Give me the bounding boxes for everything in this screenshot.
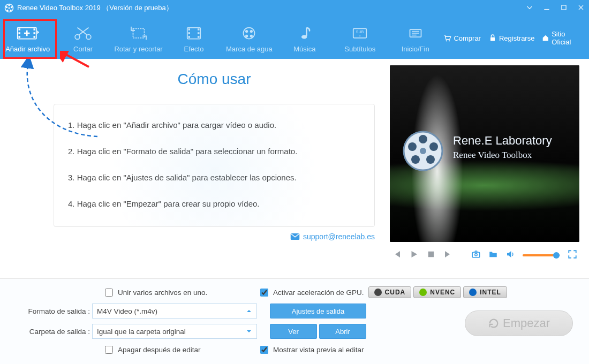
bottom-panel: Unir varios archivos en uno. Activar ace… (0, 278, 589, 364)
fullscreen-icon[interactable] (568, 249, 577, 261)
player-play-icon[interactable] (409, 249, 419, 261)
svg-rect-22 (198, 28, 200, 31)
volume-slider[interactable] (523, 254, 560, 256)
gpu-checkbox[interactable]: Activar aceleración de GPU. (258, 287, 364, 298)
open-folder-icon[interactable] (488, 249, 498, 261)
howto-section: Cómo usar 1. Haga clic en "Añadir archiv… (0, 59, 386, 278)
scissors-icon (72, 24, 94, 43)
toolbar-watermark-label: Marca de agua (226, 45, 273, 53)
svg-rect-20 (188, 32, 190, 34)
window-menu-icon[interactable] (526, 4, 533, 13)
merge-checkbox-input[interactable] (105, 289, 113, 297)
window-minimize-icon[interactable] (543, 4, 550, 13)
start-button[interactable]: Empezar (465, 310, 573, 336)
svg-point-42 (419, 135, 427, 143)
toolbar-rotate-crop[interactable]: Rotar y recortar (111, 19, 166, 57)
output-folder-select[interactable]: Igual que la carpeta original (92, 324, 257, 339)
svg-point-35 (446, 40, 447, 41)
player-prev-icon[interactable] (392, 249, 402, 261)
start-button-label: Empezar (503, 316, 550, 330)
toolbar-music-label: Música (293, 45, 315, 53)
svg-point-1 (9, 7, 10, 9)
titlebar: Renee Video Toolbox 2019 （Versión de pru… (0, 0, 589, 16)
gpu-checkbox-label: Activar aceleración de GPU. (273, 289, 364, 297)
svg-point-41 (420, 148, 426, 154)
svg-rect-14 (33, 36, 35, 38)
toolbar-add-file[interactable]: Añadir archivo (0, 19, 55, 57)
toolbar-effect[interactable]: Efecto (166, 19, 221, 57)
register-link[interactable]: Registrarse (488, 34, 534, 42)
official-label: Sitio Oficial (552, 30, 582, 46)
register-label: Registrarse (499, 34, 534, 42)
gpu-checkbox-input[interactable] (260, 289, 268, 297)
svg-point-28 (245, 34, 248, 37)
toolbar-subtitles-label: Subtítulos (344, 45, 375, 53)
preview-checkbox-input[interactable] (260, 346, 268, 354)
howto-step: 3. Haga clic en "Ajustes de salida" para… (68, 173, 360, 182)
toolbar-start-end-label: Inicio/Fin (402, 45, 429, 53)
shutdown-checkbox-label: Apagar después de editar (118, 346, 201, 354)
svg-rect-12 (33, 28, 35, 31)
official-link[interactable]: Sitio Oficial (542, 30, 582, 46)
buy-label: Comprar (454, 34, 481, 42)
open-button[interactable]: Abrir (319, 324, 366, 339)
toolbar-music[interactable]: Música (277, 19, 332, 57)
preview-screen: Rene.E Laboratory Renee Video Toolbox (390, 65, 579, 242)
svg-rect-11 (18, 36, 20, 38)
window-close-icon[interactable] (577, 4, 585, 13)
mail-icon (290, 233, 300, 240)
output-format-select[interactable]: M4V Video (*.m4v) (92, 304, 257, 318)
buy-link[interactable]: Comprar (443, 34, 481, 42)
svg-point-36 (449, 40, 450, 41)
output-format-value: M4V Video (*.m4v) (97, 307, 157, 315)
filmstrip-add-icon (17, 24, 39, 43)
svg-point-25 (244, 27, 255, 39)
svg-point-4 (10, 10, 11, 11)
film-reel-icon (402, 130, 444, 175)
svg-rect-48 (472, 252, 480, 257)
howto-step: 2. Haga clic en "Formato de salida" para… (68, 147, 360, 156)
gpu-badge-nvenc: NVENC (413, 286, 461, 298)
gpu-badge-intel: INTEL (463, 286, 507, 298)
svg-text:SUB: SUB (356, 30, 364, 34)
shutdown-checkbox-input[interactable] (105, 346, 113, 354)
merge-checkbox[interactable]: Unir varios archivos en uno. (103, 287, 258, 298)
start-end-icon (404, 24, 427, 43)
svg-point-49 (475, 254, 478, 256)
svg-rect-10 (18, 32, 20, 34)
svg-point-45 (411, 155, 420, 164)
player-stop-icon[interactable] (426, 249, 436, 261)
preview-section: Rene.E Laboratory Renee Video Toolbox (386, 59, 589, 278)
merge-checkbox-label: Unir varios archivos en uno. (118, 289, 207, 297)
svg-point-26 (245, 29, 248, 32)
toolbar-start-end[interactable]: Inicio/Fin (388, 19, 443, 57)
shutdown-checkbox[interactable]: Apagar después de editar (103, 344, 258, 355)
toolbar-cut-label: Cortar (73, 45, 93, 53)
svg-point-2 (8, 4, 10, 6)
preview-brand-line1: Rene.E Laboratory (453, 134, 552, 148)
howto-step: 1. Haga clic en "Añadir archivo" para ca… (68, 120, 360, 130)
preview-brand-line2: Renee Video Toolbox (453, 150, 552, 161)
output-settings-button[interactable]: Ajustes de salida (270, 304, 366, 318)
snapshot-icon[interactable] (471, 249, 481, 261)
preview-brand: Rene.E Laboratory Renee Video Toolbox (453, 134, 552, 161)
preview-checkbox[interactable]: Mostrar vista previa al editar (258, 344, 364, 355)
support-link[interactable]: support@reneelab.es (54, 232, 375, 241)
player-next-icon[interactable] (443, 249, 453, 261)
cart-icon (443, 34, 451, 42)
volume-icon[interactable] (505, 249, 515, 261)
svg-point-44 (426, 155, 435, 164)
view-button[interactable]: Ver (270, 324, 317, 339)
output-folder-value: Igual que la carpeta original (97, 328, 186, 336)
window-maximize-icon[interactable] (560, 4, 568, 13)
toolbar-watermark[interactable]: Marca de agua (222, 19, 277, 57)
svg-rect-24 (198, 36, 200, 38)
svg-rect-19 (188, 28, 190, 31)
svg-rect-23 (198, 32, 200, 34)
svg-rect-21 (188, 36, 190, 38)
watermark-icon (238, 24, 260, 43)
svg-rect-37 (490, 37, 495, 41)
music-note-icon (293, 24, 316, 43)
toolbar-cut[interactable]: Cortar (55, 19, 110, 57)
toolbar-subtitles[interactable]: SUBT Subtítulos (333, 19, 388, 57)
